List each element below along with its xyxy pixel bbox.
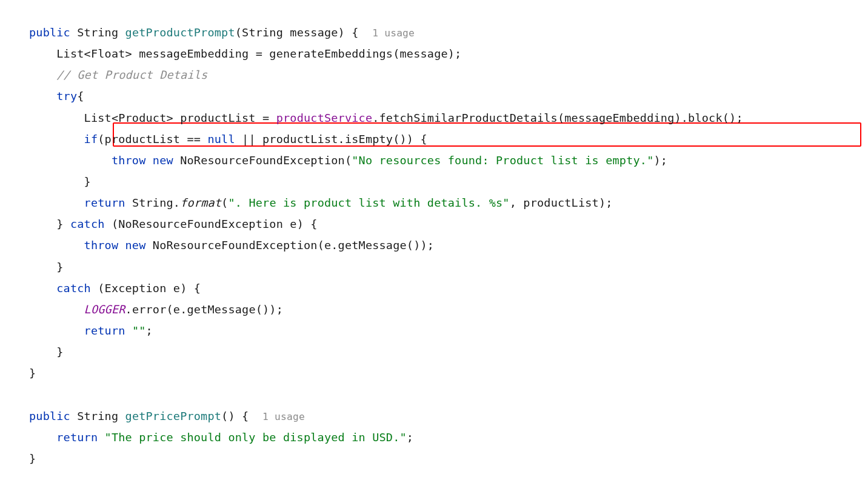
var-productList: productList	[105, 133, 181, 145]
usage-hint[interactable]: 1 usage	[262, 411, 305, 422]
code-line: // Get Product Details	[29, 68, 207, 81]
type-exception: NoResourceFoundException	[180, 154, 345, 167]
string-here-is-list: ". Here is product list with details. %s…	[228, 196, 509, 209]
call-getMessage: getMessage	[338, 239, 407, 252]
call-isEmpty: isEmpty	[345, 133, 393, 145]
keyword-new: new	[153, 154, 173, 167]
type-exception: Exception	[105, 282, 167, 295]
call-getMessage: getMessage	[187, 303, 255, 316]
arg-message: message	[400, 47, 448, 60]
code-line: return "";	[29, 324, 153, 337]
code-line: LOGGER.error(e.getMessage());	[29, 303, 283, 316]
var-e: e	[173, 282, 180, 295]
keyword-return: return	[84, 196, 125, 209]
var-messageEmbedding: messageEmbedding	[139, 47, 249, 60]
call-error: error	[132, 303, 167, 316]
param-message: message	[290, 26, 338, 39]
keyword-return: return	[56, 431, 98, 444]
code-line: }	[29, 452, 36, 465]
keyword-throw: throw	[84, 239, 119, 252]
keyword-public: public	[29, 26, 70, 39]
method-name-getPricePrompt: getPricePrompt	[125, 410, 222, 422]
code-line	[29, 388, 36, 401]
call-format: format	[180, 196, 221, 209]
code-line: }	[29, 261, 64, 273]
keyword-catch: catch	[56, 282, 91, 295]
code-line: List<Product> productList = productServi…	[29, 112, 743, 124]
method-name-getProductPrompt: getProductPrompt	[125, 26, 235, 39]
code-line: public String getPricePrompt() { 1 usage	[29, 410, 305, 422]
keyword-throw: throw	[112, 154, 146, 167]
type-string: String	[132, 196, 173, 209]
var-e: e	[290, 218, 296, 230]
arg-e: e	[324, 239, 331, 252]
code-line: List<Float> messageEmbedding = generateE…	[29, 47, 461, 60]
call-block: block	[688, 112, 723, 124]
arg-messageEmbedding: messageEmbedding	[564, 112, 674, 124]
code-line: }	[29, 175, 91, 188]
code-line: }	[29, 345, 64, 358]
arg-productList: productList	[523, 196, 599, 209]
type-float: Float	[91, 47, 125, 60]
keyword-public: public	[29, 410, 70, 422]
type-list: List	[56, 47, 84, 60]
type-string: String	[242, 26, 283, 39]
type-string: String	[77, 26, 118, 39]
keyword-new: new	[125, 239, 146, 252]
var-productList: productList	[180, 112, 256, 124]
code-line: throw new NoResourceFoundException("No r…	[29, 154, 667, 167]
keyword-return: return	[84, 324, 125, 337]
field-logger: LOGGER	[84, 303, 125, 316]
var-productList: productList	[262, 133, 338, 145]
code-line: if(productList == null || productList.is…	[29, 133, 427, 145]
keyword-catch: catch	[70, 218, 105, 230]
source-code-block: public String getProductPrompt(String me…	[29, 22, 839, 469]
string-price-usd: "The price should only be displayed in U…	[105, 431, 407, 444]
code-line: return String.format(". Here is product …	[29, 196, 613, 209]
code-line: return "The price should only be display…	[29, 431, 413, 444]
type-product: Product	[118, 112, 166, 124]
type-exception: NoResourceFoundException	[153, 239, 318, 252]
string-empty: ""	[132, 324, 146, 337]
field-productService: productService	[276, 112, 373, 124]
keyword-if: if	[84, 133, 98, 145]
type-list: List	[84, 112, 112, 124]
code-editor-viewport: public String getProductPrompt(String me…	[29, 22, 839, 469]
code-line: public String getProductPrompt(String me…	[29, 26, 415, 39]
type-string: String	[77, 410, 118, 422]
call-generateEmbeddings: generateEmbeddings	[269, 47, 393, 60]
code-line: catch (Exception e) {	[29, 282, 201, 295]
keyword-try: try	[56, 90, 77, 102]
call-fetchSimilarProductDetails: fetchSimilarProductDetails	[379, 112, 558, 124]
usage-hint[interactable]: 1 usage	[372, 27, 415, 39]
keyword-null: null	[207, 133, 235, 145]
code-line: try{	[29, 90, 84, 102]
arg-e: e	[173, 303, 180, 316]
code-line: } catch (NoResourceFoundException e) {	[29, 218, 318, 230]
comment-get-product-details: // Get Product Details	[56, 68, 207, 81]
string-no-resources: "No resources found: Product list is emp…	[352, 154, 653, 167]
code-line: }	[29, 367, 36, 379]
type-exception: NoResourceFoundException	[118, 218, 283, 230]
code-line: throw new NoResourceFoundException(e.get…	[29, 239, 434, 252]
